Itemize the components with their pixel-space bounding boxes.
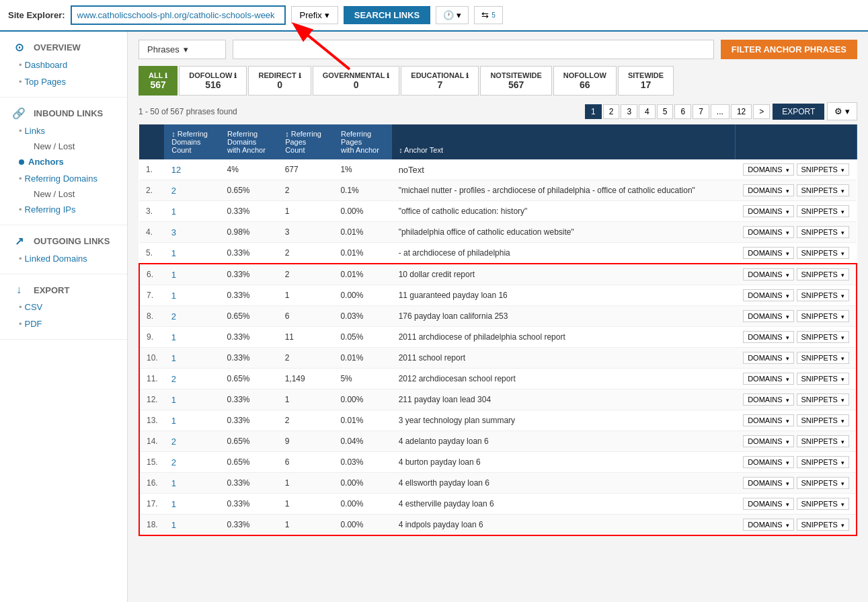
domains-button[interactable]: DOMAINS ▾ — [743, 268, 793, 280]
col-header-ref-pages-anchor: ReferringPageswith Anchor — [333, 124, 391, 159]
sidebar-item-top-pages[interactable]: •Top Pages — [0, 73, 127, 90]
domains-button[interactable]: DOMAINS ▾ — [743, 435, 793, 447]
ref-pages-count: 6 — [278, 306, 334, 327]
sidebar-inbound-section: 🔗 INBOUND LINKS •Links New / Lost Anchor… — [0, 98, 127, 225]
prefix-button[interactable]: Prefix ▾ — [291, 6, 338, 24]
tab-governmental[interactable]: GOVERNMENTAL ℹ0 — [313, 66, 400, 96]
domains-button[interactable]: DOMAINS ▾ — [743, 477, 793, 489]
filter-anchor-phrases-button[interactable]: FILTER ANCHOR PHRASES — [721, 40, 857, 59]
tab-nofollow[interactable]: NOFOLLOW 66 — [553, 66, 617, 96]
settings-button[interactable]: ⚙ ▾ — [827, 102, 857, 120]
snippets-button[interactable]: SNIPPETS ▾ — [797, 498, 849, 510]
domains-button[interactable]: DOMAINS ▾ — [743, 247, 793, 259]
sidebar-overview-section: ⊙ OVERVIEW •Dashboard •Top Pages — [0, 32, 127, 98]
tab-redirect[interactable]: REDIRECT ℹ0 — [248, 66, 311, 96]
ref-pages-count: 2 — [278, 410, 334, 431]
row-num: 6. — [139, 264, 165, 285]
domains-button[interactable]: DOMAINS ▾ — [743, 519, 793, 531]
table-row: 5. 1 0.33% 2 0.01% - at archdiocese of p… — [139, 243, 857, 264]
snippets-button[interactable]: SNIPPETS ▾ — [797, 331, 849, 343]
tab-notsitewide[interactable]: NOTSITEWIDE 567 — [480, 66, 551, 96]
tab-all[interactable]: ALL ℹ567 — [139, 66, 177, 96]
anchor-text: - at archdiocese of philadelphia — [392, 243, 736, 264]
domains-button[interactable]: DOMAINS ▾ — [743, 456, 793, 468]
ref-pages-pct: 0.03% — [333, 452, 391, 473]
page-btn-3[interactable]: 3 — [621, 104, 637, 119]
sidebar-item-csv[interactable]: •CSV — [0, 299, 127, 315]
domains-button[interactable]: DOMAINS ▾ — [743, 414, 793, 426]
pagination: 1234567...12> — [585, 104, 770, 119]
anchor-text: 4 burton payday loan 6 — [392, 452, 736, 473]
snippets-button[interactable]: SNIPPETS ▾ — [797, 268, 849, 280]
page-btn-5[interactable]: 5 — [657, 104, 674, 119]
compare-button[interactable]: ⇆ 5 — [474, 6, 503, 24]
row-actions: DOMAINS ▾ SNIPPETS ▾ — [735, 473, 857, 494]
snippets-button[interactable]: SNIPPETS ▾ — [797, 519, 849, 531]
table-row: 12. 1 0.33% 1 0.00% 211 payday loan lead… — [139, 389, 857, 410]
ref-pages-pct: 0.00% — [333, 201, 391, 222]
domains-button[interactable]: DOMAINS ▾ — [743, 289, 793, 301]
page-btn-12[interactable]: 12 — [731, 104, 752, 119]
domains-button[interactable]: DOMAINS ▾ — [743, 393, 793, 406]
sidebar-item-dashboard[interactable]: •Dashboard — [0, 57, 127, 73]
tab-sitewide[interactable]: SITEWIDE 17 — [618, 66, 674, 96]
ref-domains-count: 1 — [165, 389, 221, 410]
domains-button[interactable]: DOMAINS ▾ — [743, 331, 793, 343]
col-header-ref-domains-anchor: ReferringDomainswith Anchor — [220, 124, 278, 159]
sidebar: ⊙ OVERVIEW •Dashboard •Top Pages 🔗 INBOU… — [0, 32, 128, 602]
sidebar-item-links-new-lost[interactable]: New / Lost — [0, 139, 127, 153]
page-btn-1[interactable]: 1 — [585, 104, 602, 119]
sidebar-item-referring-ips[interactable]: •Referring IPs — [0, 201, 127, 218]
sidebar-item-referring-new-lost[interactable]: New / Lost — [0, 187, 127, 201]
snippets-button[interactable]: SNIPPETS ▾ — [797, 184, 849, 196]
snippets-button[interactable]: SNIPPETS ▾ — [797, 247, 849, 259]
snippets-button[interactable]: SNIPPETS ▾ — [797, 205, 849, 217]
snippets-button[interactable]: SNIPPETS ▾ — [797, 289, 849, 301]
page-btn-7[interactable]: 7 — [693, 104, 709, 119]
tab-educational[interactable]: EDUCATIONAL ℹ7 — [401, 66, 479, 96]
page-btn-4[interactable]: 4 — [639, 104, 656, 119]
page-btn-...[interactable]: ... — [711, 104, 729, 119]
domains-button[interactable]: DOMAINS ▾ — [743, 373, 793, 385]
anchor-search-input[interactable] — [233, 40, 714, 59]
domains-button[interactable]: DOMAINS ▾ — [743, 205, 793, 217]
ref-domains-pct: 0.33% — [220, 410, 278, 431]
snippets-button[interactable]: SNIPPETS ▾ — [797, 456, 849, 468]
domains-button[interactable]: DOMAINS ▾ — [743, 352, 793, 364]
ref-domains-pct: 0.65% — [220, 180, 278, 201]
snippets-button[interactable]: SNIPPETS ▾ — [797, 226, 849, 238]
ref-pages-count: 677 — [278, 159, 334, 180]
table-row: 2. 2 0.65% 2 0.1% "michael nutter - prof… — [139, 180, 857, 201]
sidebar-item-pdf[interactable]: •PDF — [0, 315, 127, 332]
url-input[interactable] — [71, 5, 286, 25]
domains-button[interactable]: DOMAINS ▾ — [743, 184, 793, 196]
phrases-select[interactable]: Phrases ▾ — [139, 40, 226, 59]
domains-button[interactable]: DOMAINS ▾ — [743, 163, 793, 176]
sidebar-item-referring-domains[interactable]: •Referring Domains — [0, 170, 127, 187]
snippets-button[interactable]: SNIPPETS ▾ — [797, 310, 849, 322]
domains-button[interactable]: DOMAINS ▾ — [743, 498, 793, 510]
page-btn-2[interactable]: 2 — [603, 104, 620, 119]
snippets-button[interactable]: SNIPPETS ▾ — [797, 414, 849, 426]
snippets-button[interactable]: SNIPPETS ▾ — [797, 477, 849, 489]
page-btn->[interactable]: > — [753, 104, 770, 119]
main-layout: ⊙ OVERVIEW •Dashboard •Top Pages 🔗 INBOU… — [0, 32, 868, 602]
tab-dofollow[interactable]: DOFOLLOW ℹ516 — [179, 66, 247, 96]
row-num: 15. — [139, 452, 165, 473]
domains-button[interactable]: DOMAINS ▾ — [743, 310, 793, 322]
ref-pages-count: 9 — [278, 431, 334, 452]
sidebar-item-linked-domains[interactable]: •Linked Domains — [0, 250, 127, 267]
sidebar-item-anchors[interactable]: Anchors — [0, 153, 127, 170]
export-button[interactable]: EXPORT — [773, 104, 824, 120]
snippets-button[interactable]: SNIPPETS ▾ — [797, 393, 849, 406]
snippets-button[interactable]: SNIPPETS ▾ — [797, 373, 849, 385]
page-btn-6[interactable]: 6 — [674, 104, 691, 119]
ref-domains-count: 2 — [165, 369, 221, 389]
history-button[interactable]: 🕐 ▾ — [436, 6, 469, 24]
sidebar-item-links[interactable]: •Links — [0, 122, 127, 139]
search-links-button[interactable]: SEARCH LINKS — [344, 6, 431, 24]
snippets-button[interactable]: SNIPPETS ▾ — [797, 163, 849, 176]
domains-button[interactable]: DOMAINS ▾ — [743, 226, 793, 238]
snippets-button[interactable]: SNIPPETS ▾ — [797, 352, 849, 364]
snippets-button[interactable]: SNIPPETS ▾ — [797, 435, 849, 447]
